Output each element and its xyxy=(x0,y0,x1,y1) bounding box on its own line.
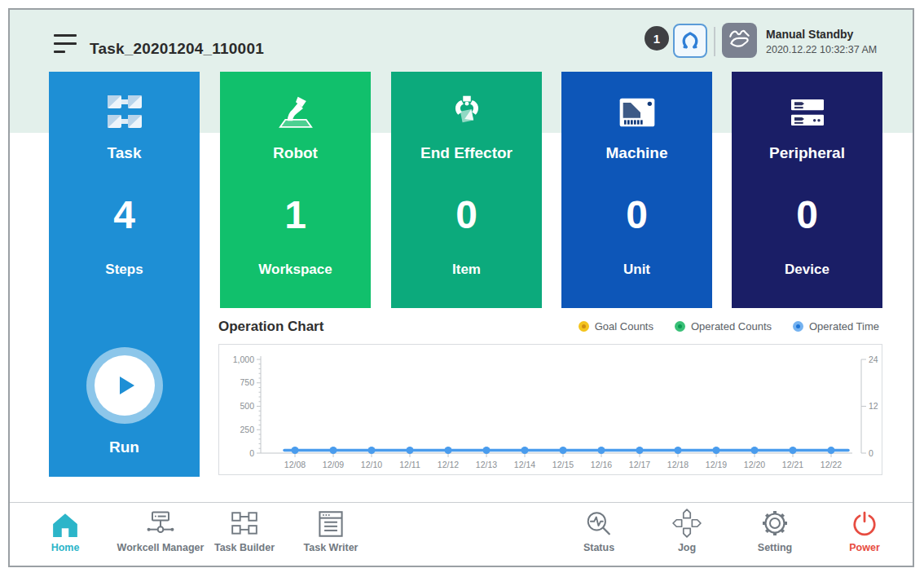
svg-text:12/14: 12/14 xyxy=(514,460,535,469)
callout-badge: 1 xyxy=(645,26,669,51)
workcell-manager-icon xyxy=(144,507,177,538)
card-unit: Steps xyxy=(49,262,200,278)
svg-text:12/15: 12/15 xyxy=(552,460,574,469)
screen: Task_20201204_110001 1 xyxy=(0,0,924,577)
goal-counts-dot-icon xyxy=(579,321,589,332)
run-label: Run xyxy=(49,438,200,456)
robot-arm-icon xyxy=(220,90,371,135)
nav-separator xyxy=(10,502,913,503)
card-unit: Unit xyxy=(561,262,712,278)
peripheral-icon xyxy=(732,90,882,135)
svg-text:12/22: 12/22 xyxy=(821,460,842,469)
gripper-icon xyxy=(680,29,701,53)
datetime-label: 2020.12.22 10:32:37 AM xyxy=(766,44,877,55)
svg-text:750: 750 xyxy=(240,377,254,387)
svg-text:12/17: 12/17 xyxy=(629,460,650,469)
svg-text:0: 0 xyxy=(249,448,254,458)
robot-mode-indicator[interactable] xyxy=(722,23,757,58)
card-value: 0 xyxy=(391,192,542,237)
svg-text:12/21: 12/21 xyxy=(782,460,803,469)
setting-icon xyxy=(760,507,790,538)
card-value: 1 xyxy=(220,192,371,237)
card-title: Task xyxy=(49,144,200,162)
manual-hand-icon xyxy=(728,27,752,55)
chart-legend: Goal Counts Operated Counts Operated Tim… xyxy=(579,320,879,333)
svg-text:1,000: 1,000 xyxy=(233,355,254,364)
app-window: Task_20201204_110001 1 xyxy=(8,8,914,567)
home-icon xyxy=(51,507,79,538)
nav-power[interactable]: Power xyxy=(828,507,901,562)
card-unit: Item xyxy=(391,262,542,278)
header-divider xyxy=(714,27,715,56)
legend-operated-time: Operated Time xyxy=(793,320,879,333)
nav-home[interactable]: Home xyxy=(33,507,98,562)
operated-counts-dot-icon xyxy=(675,321,685,332)
svg-text:12/11: 12/11 xyxy=(399,460,420,469)
hamburger-icon xyxy=(54,34,77,37)
svg-text:500: 500 xyxy=(240,401,254,411)
svg-text:0: 0 xyxy=(869,448,873,458)
svg-text:12/08: 12/08 xyxy=(284,460,306,469)
svg-text:12: 12 xyxy=(869,401,878,411)
card-unit: Workspace xyxy=(220,262,371,278)
svg-text:12/20: 12/20 xyxy=(744,460,765,469)
card-peripheral[interactable]: Peripheral 0 Device xyxy=(732,72,882,308)
legend-goal-counts: Goal Counts xyxy=(579,320,653,333)
card-task[interactable]: Task 4 Steps Run xyxy=(49,72,200,477)
task-writer-icon xyxy=(317,507,345,538)
task-builder-icon xyxy=(230,507,259,538)
nav-status[interactable]: Status xyxy=(558,507,640,562)
card-title: Machine xyxy=(561,144,712,162)
nav-task-writer[interactable]: Task Writer xyxy=(282,507,380,562)
legend-operated-counts: Operated Counts xyxy=(675,320,772,333)
card-unit: Device xyxy=(732,262,882,278)
play-icon xyxy=(95,355,155,416)
svg-text:12/16: 12/16 xyxy=(591,460,612,469)
card-value: 4 xyxy=(49,192,200,237)
run-button[interactable] xyxy=(86,347,163,424)
card-title: End Effector xyxy=(391,144,542,162)
svg-text:12/09: 12/09 xyxy=(323,460,344,469)
jog-icon xyxy=(672,507,702,538)
svg-text:12/18: 12/18 xyxy=(667,460,689,469)
card-end-effector[interactable]: End Effector 0 Item xyxy=(391,72,542,308)
card-title: Robot xyxy=(220,144,371,162)
nav-jog[interactable]: Jog xyxy=(650,507,724,562)
svg-text:12/13: 12/13 xyxy=(476,460,497,469)
operation-chart: 1,00075050025002412012/0812/0912/1012/11… xyxy=(218,344,882,475)
svg-text:250: 250 xyxy=(240,425,254,434)
chart-plot: 1,00075050025002412012/0812/0912/1012/11… xyxy=(219,345,882,474)
svg-text:12/19: 12/19 xyxy=(706,460,727,469)
card-machine[interactable]: Machine 0 Unit xyxy=(561,72,712,308)
svg-text:12/12: 12/12 xyxy=(438,460,459,469)
menu-button[interactable] xyxy=(54,31,78,55)
card-value: 0 xyxy=(732,192,882,237)
status-icon xyxy=(585,507,613,538)
task-title: Task_20201204_110001 xyxy=(90,40,264,58)
machine-icon xyxy=(561,90,712,135)
mode-label: Manual Standby xyxy=(766,28,853,41)
operation-chart-title: Operation Chart xyxy=(218,319,323,335)
gripper-toolbar-button[interactable] xyxy=(673,24,707,58)
svg-text:12/10: 12/10 xyxy=(361,460,382,469)
operated-time-dot-icon xyxy=(793,321,803,332)
nav-setting[interactable]: Setting xyxy=(734,507,816,562)
card-value: 0 xyxy=(561,192,712,237)
svg-text:24: 24 xyxy=(869,355,878,364)
card-robot[interactable]: Robot 1 Workspace xyxy=(220,72,371,308)
power-icon xyxy=(851,507,878,538)
end-effector-icon xyxy=(391,90,542,135)
task-icon xyxy=(49,90,200,135)
card-title: Peripheral xyxy=(732,144,882,162)
